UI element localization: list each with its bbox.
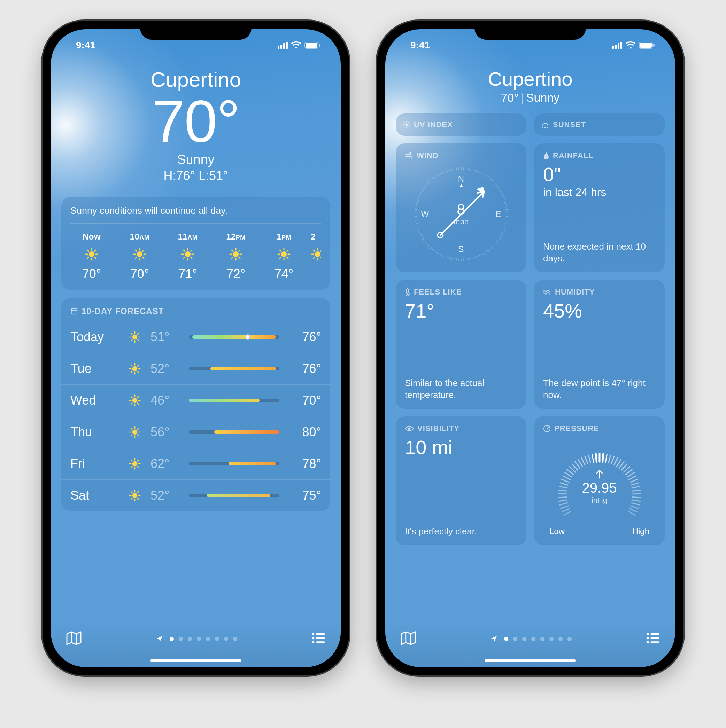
svg-line-153	[499, 191, 501, 192]
svg-line-158	[504, 202, 506, 203]
svg-line-64	[131, 333, 132, 334]
humidity-value: 45%	[543, 300, 656, 322]
humidity-desc: The dew point is 47° right now.	[543, 367, 656, 401]
svg-line-284	[602, 454, 603, 462]
rainfall-card[interactable]: RAINFALL 0" in last 24 hrs None expected…	[534, 144, 665, 272]
day-lo: 62°	[150, 456, 182, 471]
forecast-day-row[interactable]: Today 51° 76°	[61, 321, 330, 353]
hourly-time: Now	[83, 232, 101, 242]
svg-line-228	[416, 202, 418, 203]
svg-point-311	[646, 641, 649, 643]
list-button[interactable]	[311, 632, 325, 645]
feels-like-card[interactable]: FEELS LIKE 71° Similar to the actual tem…	[396, 280, 526, 409]
forecast-day-row[interactable]: Fri 62° 78°	[61, 448, 330, 479]
svg-line-154	[501, 193, 503, 194]
map-button[interactable]	[66, 631, 81, 647]
svg-line-67	[131, 340, 132, 341]
status-time: 9:41	[76, 40, 95, 51]
svg-point-12	[137, 251, 142, 257]
svg-line-45	[287, 257, 288, 259]
svg-rect-121	[653, 44, 655, 47]
svg-line-304	[631, 506, 638, 509]
day-name: Today	[70, 330, 119, 344]
svg-line-20	[136, 257, 137, 259]
humidity-card[interactable]: HUMIDITY 45% The dew point is 47° right …	[534, 280, 665, 409]
pressure-card[interactable]: PRESSURE 29.95 inHg	[534, 416, 665, 545]
svg-line-241	[434, 176, 435, 178]
svg-line-157	[503, 200, 505, 200]
status-icons	[278, 41, 320, 49]
battery-icon	[639, 41, 655, 49]
svg-line-208	[428, 246, 430, 247]
uv-index-card[interactable]: UV INDEX	[396, 113, 526, 136]
rainfall-title: RAINFALL	[553, 151, 594, 160]
day-name: Sat	[70, 488, 119, 503]
svg-line-248	[449, 169, 450, 171]
tenday-forecast-card[interactable]: 10-DAY FORECAST Today 51° 76°Tue 52° 76°…	[61, 298, 330, 511]
collapsed-header: Cupertino 70°|Sunny	[396, 67, 665, 104]
thermometer-icon	[405, 288, 410, 296]
svg-point-117	[312, 641, 315, 643]
humidity-title: HUMIDITY	[555, 288, 595, 297]
humidity-icon	[543, 289, 551, 295]
svg-line-211	[423, 240, 425, 242]
svg-line-234	[422, 189, 424, 190]
svg-line-102	[138, 460, 139, 461]
forecast-day-row[interactable]: Thu 56° 80°	[61, 416, 330, 448]
svg-line-145	[487, 176, 489, 178]
hourly-forecast-card[interactable]: Sunny conditions will continue all day. …	[61, 197, 330, 290]
svg-line-28	[191, 250, 192, 251]
svg-line-19	[143, 250, 144, 251]
svg-line-225	[415, 209, 417, 210]
collapsed-sub: 70°|Sunny	[396, 91, 665, 104]
page-indicator[interactable]	[490, 635, 572, 643]
wind-card[interactable]: WIND	[396, 144, 526, 272]
day-name: Fri	[70, 456, 119, 471]
svg-line-73	[131, 365, 132, 366]
svg-line-110	[138, 498, 139, 499]
visibility-card[interactable]: VISIBILITY 10 mi It's perfectly clear.	[396, 416, 526, 545]
home-indicator[interactable]	[485, 659, 576, 662]
hourly-temp: 72°	[227, 267, 245, 281]
map-button[interactable]	[401, 631, 416, 647]
svg-line-229	[417, 200, 419, 200]
svg-point-122	[405, 123, 407, 126]
svg-line-221	[415, 219, 417, 219]
svg-point-48	[315, 251, 320, 257]
sunset-card[interactable]: SUNSET	[534, 113, 665, 136]
gauge-icon	[543, 425, 551, 433]
svg-line-93	[138, 428, 139, 429]
day-name: Thu	[70, 425, 119, 439]
svg-line-179	[491, 247, 492, 249]
forecast-day-row[interactable]: Tue 52° 76°	[61, 353, 330, 384]
svg-line-206	[432, 249, 433, 250]
hourly-temp: 70°	[130, 267, 149, 281]
forecast-day-row[interactable]: Wed 46° 70°	[61, 384, 330, 416]
home-indicator[interactable]	[150, 659, 241, 662]
svg-line-246	[444, 171, 445, 173]
forecast-day-row[interactable]: Sat 52° 75°	[61, 479, 330, 511]
page-indicator[interactable]	[156, 635, 237, 643]
svg-line-178	[493, 246, 494, 247]
svg-line-219	[415, 223, 417, 224]
sun-icon	[119, 331, 150, 343]
svg-line-253	[440, 193, 482, 235]
list-button[interactable]	[646, 632, 660, 645]
svg-line-175	[497, 240, 499, 242]
svg-line-276	[575, 462, 580, 468]
svg-line-166	[505, 221, 507, 222]
visibility-value: 10 mi	[405, 437, 517, 458]
svg-line-85	[131, 403, 132, 404]
page-dot	[567, 637, 572, 641]
svg-line-146	[489, 178, 490, 180]
svg-line-151	[497, 187, 499, 188]
svg-line-197	[452, 258, 452, 260]
svg-line-169	[503, 228, 505, 229]
temp-range-bar	[189, 335, 279, 339]
svg-line-190	[468, 258, 469, 260]
page-dot	[224, 637, 228, 641]
page-dot	[206, 637, 210, 641]
day-name: Wed	[70, 393, 119, 408]
svg-line-53	[314, 250, 315, 251]
svg-line-76	[131, 372, 132, 373]
